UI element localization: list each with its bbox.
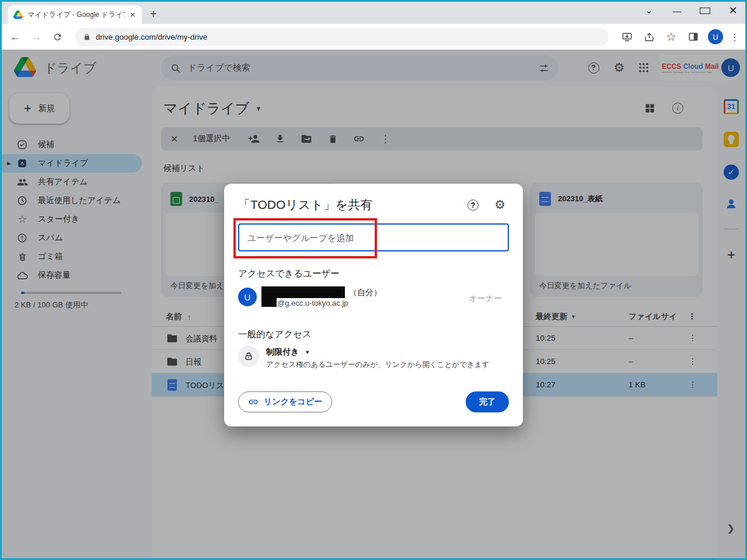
side-panel-icon[interactable]: [686, 29, 701, 44]
drive-favicon: [13, 10, 23, 19]
dialog-help-icon[interactable]: ?: [467, 200, 479, 211]
url-bar[interactable]: drive.google.com/drive/my-drive: [75, 28, 609, 46]
browser-menu-icon[interactable]: ⋮: [730, 32, 739, 43]
install-icon[interactable]: [619, 29, 634, 44]
lock-icon: [83, 33, 90, 41]
done-button[interactable]: 完了: [466, 391, 509, 412]
tab-close-icon[interactable]: ✕: [130, 10, 136, 19]
link-icon: [248, 397, 259, 407]
window-close-button[interactable]: ✕: [728, 4, 738, 17]
share-icon[interactable]: [641, 29, 657, 44]
copy-link-button[interactable]: リンクをコピー: [238, 391, 332, 412]
access-heading: アクセスできるユーザー: [238, 268, 340, 280]
window-maximize-button[interactable]: [700, 6, 710, 16]
browser-tab[interactable]: マイドライブ - Google ドライブ ✕: [8, 5, 142, 24]
owner-self-label: （自分）: [349, 288, 382, 298]
window-minimize-button[interactable]: —: [672, 6, 682, 16]
done-label: 完了: [479, 397, 495, 407]
tab-title: マイドライブ - Google ドライブ: [27, 10, 125, 20]
owner-role-label: オーナー: [469, 293, 502, 304]
new-tab-button[interactable]: +: [150, 8, 157, 20]
general-access-description: アクセス権のあるユーザーのみが、リンクから開くことができます: [266, 360, 489, 370]
drive-app: ドライブ ドライブで検索 ? ⚙ ECCS Cloud Mail Informa…: [2, 50, 745, 558]
bookmark-star-icon[interactable]: ☆: [664, 29, 679, 44]
dialog-title: 「TODOリスト」を共有: [238, 197, 372, 213]
share-dialog: 「TODOリスト」を共有 ? ⚙ アクセスできるユーザー U （自分） @g.e…: [224, 184, 523, 426]
redacted-email-prefix: [261, 298, 277, 307]
browser-toolbar: ← → drive.google.com/drive/my-drive ☆ U …: [2, 24, 745, 50]
redacted-owner-name: [261, 286, 345, 298]
forward-icon[interactable]: →: [29, 29, 44, 44]
add-people-input[interactable]: [238, 223, 509, 251]
dropdown-caret-icon: ▼: [305, 349, 310, 355]
reload-icon[interactable]: [50, 29, 65, 44]
owner-row: U （自分） @g.ecc.u-tokyo.ac.jp オーナー: [238, 286, 509, 312]
window-menu-icon[interactable]: ⌄: [644, 5, 654, 16]
url-text: drive.google.com/drive/my-drive: [96, 33, 207, 41]
copy-link-label: リンクをコピー: [264, 397, 322, 407]
owner-email: @g.ecc.u-tokyo.ac.jp: [277, 299, 348, 307]
dialog-settings-icon[interactable]: ⚙: [494, 198, 505, 212]
browser-profile-avatar[interactable]: U: [708, 29, 723, 44]
collapse-panel-chevron-icon[interactable]: ❯: [727, 523, 735, 534]
general-access-dropdown[interactable]: 制限付き ▼: [266, 347, 310, 358]
lock-icon: [238, 346, 259, 367]
owner-avatar: U: [238, 288, 257, 306]
tab-strip: マイドライブ - Google ドライブ ✕ + ⌄ — ✕: [2, 2, 745, 24]
back-icon[interactable]: ←: [8, 29, 23, 44]
general-access-heading: 一般的なアクセス: [238, 328, 312, 341]
browser-window: マイドライブ - Google ドライブ ✕ + ⌄ — ✕ ← → drive…: [0, 0, 747, 560]
